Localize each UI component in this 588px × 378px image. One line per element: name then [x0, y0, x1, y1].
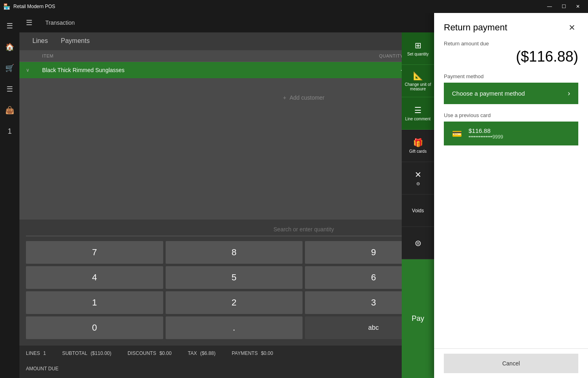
panel-body: Return amount due ($116.88) Payment meth…	[434, 41, 588, 348]
tax-value: ($6.88)	[200, 350, 215, 356]
set-quantity-button[interactable]: ⊞ Set quantity	[402, 32, 434, 65]
return-amount-value: ($116.88)	[444, 48, 578, 65]
sidebar-item-menu[interactable]: ☰	[0, 16, 19, 36]
add-customer-label: Add customer	[290, 94, 324, 101]
gift-cards-icon: 🎁	[413, 138, 423, 147]
app-icon: 🏪	[3, 3, 10, 10]
subtotal-value: ($110.00)	[91, 350, 111, 356]
payment-method-label: Payment method	[444, 73, 578, 79]
card-info: $116.88 ••••••••••••••9999	[469, 127, 503, 140]
gift-cards-button[interactable]: 🎁 Gift cards	[402, 130, 434, 162]
discounts-value: $0.00	[160, 350, 172, 356]
gift-cards-label: Gift cards	[409, 149, 427, 154]
nav-transaction-label: Transaction	[39, 19, 81, 26]
return-payment-panel: Return payment ✕ Return amount due ($116…	[434, 13, 588, 378]
tab-payments[interactable]: Payments	[54, 32, 96, 50]
lines-summary: LINES 1	[26, 350, 46, 356]
equals-icon: ⊜	[415, 238, 422, 248]
choose-payment-label: Choose a payment method	[452, 90, 525, 97]
choose-payment-chevron-icon: ›	[568, 89, 570, 98]
change-unit-icon: 📐	[413, 71, 423, 81]
hamburger-button[interactable]: ☰	[19, 13, 39, 32]
numpad-7[interactable]: 7	[26, 241, 163, 264]
title-bar: 🏪 Retail Modern POS — ☐ ✕	[0, 0, 588, 13]
title-bar-controls: — ☐ ✕	[542, 0, 585, 13]
change-unit-button[interactable]: 📐 Change unit of measure	[402, 65, 434, 97]
numpad-1[interactable]: 1	[26, 291, 163, 314]
line-comment-icon: ☰	[414, 105, 422, 115]
sidebar-item-cart[interactable]: 🛒	[0, 58, 19, 78]
card-number: ••••••••••••••9999	[469, 134, 503, 140]
numpad-0[interactable]: 0	[26, 316, 163, 339]
subtotal-summary: SUBTOTAL ($110.00)	[62, 350, 111, 356]
sidebar: ☰ 🏠 🛒 ☰ 👜 1	[0, 13, 19, 378]
choose-payment-button[interactable]: Choose a payment method ›	[444, 83, 578, 104]
subtotal-label: SUBTOTAL	[62, 350, 87, 356]
prev-card-label: Use a previous card	[444, 112, 578, 118]
numpad-5[interactable]: 5	[166, 266, 303, 289]
right-action-panel: ⊞ Set quantity 📐 Change unit of measure …	[402, 32, 434, 378]
panel-footer: Cancel	[434, 348, 588, 378]
payments-label: PAYMENTS	[232, 350, 258, 356]
discounts-summary: DISCOUNTS $0.00	[128, 350, 172, 356]
change-unit-label: Change unit of measure	[403, 82, 432, 91]
sidebar-item-bag[interactable]: 👜	[0, 100, 19, 120]
return-amount-label: Return amount due	[444, 41, 578, 47]
col-header-item: ITEM	[42, 53, 379, 58]
prev-card-button[interactable]: 💳 $116.88 ••••••••••••••9999	[444, 122, 578, 145]
voids-button[interactable]: Voids	[402, 194, 434, 227]
payments-summary: PAYMENTS $0.00	[232, 350, 273, 356]
sidebar-item-home[interactable]: 🏠	[0, 37, 19, 57]
panel-title: Return payment	[444, 22, 507, 33]
void-button[interactable]: ✕ ⊝	[402, 162, 434, 194]
numpad-8[interactable]: 8	[166, 241, 303, 264]
row-item-name: Black Thick Rimmed Sunglasses	[42, 67, 379, 73]
app-title: Retail Modern POS	[13, 4, 55, 9]
void-icon2: ⊝	[416, 181, 420, 186]
sidebar-item-list[interactable]: ☰	[0, 79, 19, 99]
cancel-button[interactable]: Cancel	[444, 354, 578, 373]
close-button[interactable]: ✕	[571, 0, 585, 13]
card-amount: $116.88	[469, 127, 490, 134]
set-quantity-label: Set quantity	[407, 52, 429, 56]
pay-button[interactable]: Pay	[402, 259, 434, 378]
tax-label: TAX	[188, 350, 197, 356]
add-customer-plus-icon: +	[283, 94, 286, 101]
amount-due-label: AMOUNT DUE	[26, 366, 58, 372]
sidebar-item-number[interactable]: 1	[0, 122, 19, 141]
title-bar-left: 🏪 Retail Modern POS	[3, 3, 55, 10]
panel-close-button[interactable]: ✕	[565, 21, 578, 34]
voids-label: Voids	[412, 208, 424, 214]
app: ☰ 🏠 🛒 ☰ 👜 1 ☰ Transaction 🔍 Lines Paymen…	[0, 13, 588, 378]
col-header-check	[26, 53, 42, 58]
numpad-4[interactable]: 4	[26, 266, 163, 289]
lines-value: 1	[43, 350, 46, 356]
panel-header: Return payment ✕	[434, 13, 588, 41]
maximize-button[interactable]: ☐	[557, 0, 571, 13]
pay-label: Pay	[411, 314, 424, 323]
set-quantity-icon: ⊞	[415, 41, 422, 50]
row-chevron-icon: ∨	[26, 67, 42, 73]
tax-summary: TAX ($6.88)	[188, 350, 215, 356]
void-icon: ✕	[415, 170, 422, 179]
minimize-button[interactable]: —	[542, 0, 557, 13]
credit-card-icon: 💳	[452, 129, 462, 139]
numpad-decimal[interactable]: .	[166, 316, 303, 339]
discounts-label: DISCOUNTS	[128, 350, 156, 356]
lines-label: LINES	[26, 350, 40, 356]
equals-button[interactable]: ⊜	[402, 227, 434, 259]
line-comment-label: Line comment	[405, 117, 431, 121]
payments-value: $0.00	[261, 350, 273, 356]
tab-lines[interactable]: Lines	[26, 32, 54, 50]
line-comment-button[interactable]: ☰ Line comment	[402, 97, 434, 130]
numpad-2[interactable]: 2	[166, 291, 303, 314]
